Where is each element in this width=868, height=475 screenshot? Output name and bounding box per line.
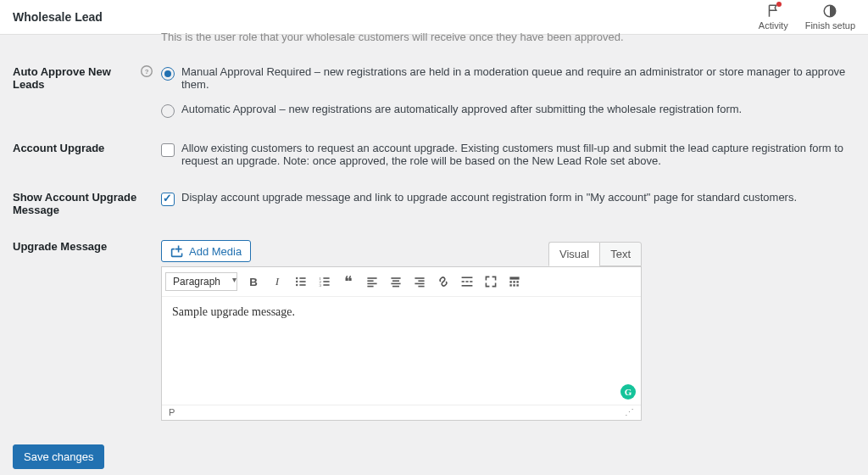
radio-automatic-input[interactable] [161,104,175,118]
finish-setup-label: Finish setup [805,20,855,31]
upgrade-message-label: Upgrade Message [13,240,107,253]
svg-point-5 [296,281,298,282]
svg-point-7 [296,284,298,286]
tab-visual[interactable]: Visual [548,242,599,266]
italic-button[interactable]: I [266,271,288,293]
svg-rect-12 [323,281,329,282]
svg-rect-6 [299,281,305,282]
radio-manual-text: Manual Approval Required – new registrat… [181,65,855,91]
align-center-button[interactable] [385,271,407,293]
read-more-button[interactable] [456,271,478,293]
media-icon [170,244,184,258]
checkbox-show-upgrade-message-text: Display account upgrade message and link… [181,191,797,204]
field-show-upgrade-message: Show Account Upgrade Message Display acc… [13,176,855,225]
radio-manual-approval[interactable]: Manual Approval Required – new registrat… [161,65,855,91]
svg-rect-28 [462,281,465,282]
svg-rect-20 [392,280,399,282]
notification-dot [776,2,782,7]
svg-rect-14 [323,284,329,286]
svg-rect-35 [516,281,518,282]
add-media-text: Add Media [189,245,242,258]
editor-toolbar: Paragraph B I 123 ❝ [162,267,641,297]
format-select[interactable]: Paragraph [165,272,237,291]
save-changes-button[interactable]: Save changes [13,444,104,469]
fullscreen-button[interactable] [480,271,502,293]
svg-rect-29 [465,281,468,282]
radio-manual-input[interactable] [161,67,175,81]
account-upgrade-label: Account Upgrade [13,142,104,154]
tab-text[interactable]: Text [599,242,642,266]
bullet-list-button[interactable] [290,271,312,293]
field-upgrade-message: Upgrade Message Add Media Visual Text [13,225,855,429]
svg-rect-4 [299,277,305,279]
radio-automatic-text: Automatic Approval – new registrations a… [181,103,742,115]
checkbox-account-upgrade[interactable]: Allow existing customers to request an a… [161,142,855,167]
previous-field-help: This is the user role that your wholesal… [13,31,855,50]
svg-rect-33 [509,281,511,282]
bold-button[interactable]: B [242,271,264,293]
field-auto-approve: Auto Approve New Leads ? Manual Approval… [13,50,855,126]
svg-rect-19 [391,277,400,279]
numbered-list-button[interactable]: 123 [314,271,336,293]
grammarly-icon[interactable]: G [620,384,636,400]
circle-half-icon [822,3,837,19]
svg-rect-23 [415,277,424,279]
svg-rect-27 [462,277,473,278]
svg-text:3: 3 [320,283,322,288]
svg-rect-25 [415,283,424,285]
svg-rect-30 [470,281,472,282]
svg-rect-10 [323,277,329,279]
svg-rect-36 [509,284,511,286]
page-title: Wholesale Lead [13,10,103,24]
svg-rect-37 [513,284,515,286]
svg-rect-24 [418,280,424,282]
svg-rect-18 [367,286,373,288]
finish-setup-action[interactable]: Finish setup [805,3,855,31]
checkbox-show-upgrade-message-input[interactable] [161,193,175,206]
editor-content[interactable]: Sample upgrade message. G [162,297,641,405]
svg-rect-8 [299,284,305,286]
svg-rect-38 [516,284,518,286]
editor-path: P [169,407,175,418]
svg-rect-32 [509,277,519,279]
svg-rect-21 [391,283,400,285]
svg-point-3 [296,277,298,279]
radio-automatic-approval[interactable]: Automatic Approval – new registrations a… [161,103,855,118]
add-media-button[interactable]: Add Media [161,240,251,262]
svg-rect-17 [367,283,376,285]
checkbox-account-upgrade-text: Allow existing customers to request an a… [181,142,855,167]
toolbar-toggle-button[interactable] [504,271,526,293]
activity-action[interactable]: Activity [759,3,788,31]
show-upgrade-message-label: Show Account Upgrade Message [13,191,161,216]
svg-rect-26 [418,286,424,288]
svg-rect-16 [367,280,373,282]
svg-rect-31 [462,285,473,287]
checkbox-show-upgrade-message[interactable]: Display account upgrade message and link… [161,191,855,206]
editor-text: Sample upgrade message. [172,305,295,318]
auto-approve-label: Auto Approve New Leads [13,65,136,91]
activity-label: Activity [759,20,788,31]
align-right-button[interactable] [409,271,431,293]
svg-rect-22 [392,286,399,288]
svg-text:?: ? [145,68,149,75]
align-left-button[interactable] [361,271,383,293]
checkbox-account-upgrade-input[interactable] [161,143,175,157]
help-icon[interactable]: ? [141,65,153,80]
flag-icon [765,3,781,19]
resize-handle[interactable]: ⋰ [625,407,634,418]
field-account-upgrade: Account Upgrade Allow existing customers… [13,126,855,176]
link-button[interactable] [432,271,454,293]
svg-rect-34 [513,281,515,282]
svg-rect-15 [367,277,376,279]
top-header: Wholesale Lead Activity Finish setup [0,0,868,35]
blockquote-button[interactable]: ❝ [337,271,359,293]
